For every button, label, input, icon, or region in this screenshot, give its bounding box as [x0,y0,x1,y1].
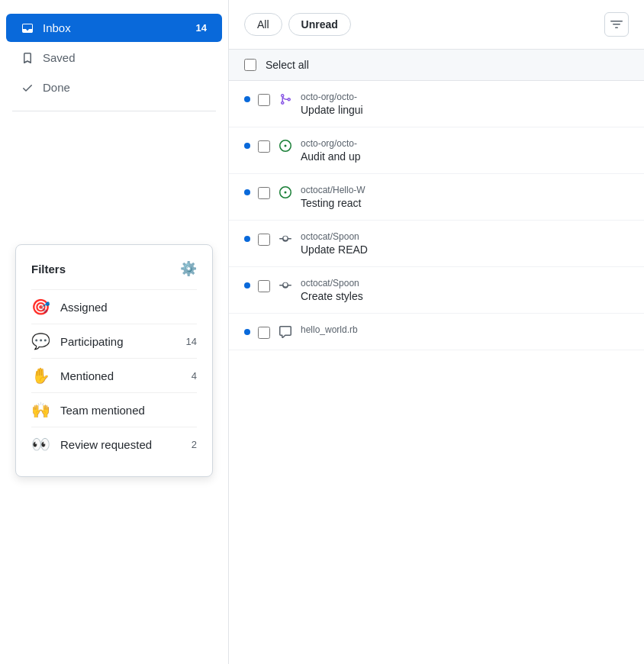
check-icon [21,82,34,94]
notif-content: octocat/Spoon Create styles [301,278,629,302]
commit-icon [279,233,291,245]
inbox-label: Inbox [43,21,196,34]
notif-title: Create styles [301,290,629,302]
notif-content: octo-org/octo- Audit and up [301,138,629,163]
content-area: All Unread Select all octo-org/octo- U [229,0,644,664]
commit-icon [279,279,291,292]
issue-icon [279,140,291,152]
filter-item-review-requested[interactable]: 👀 Review requested 2 [31,427,197,461]
issue-icon [279,186,291,198]
unread-dot [244,189,250,195]
tab-all[interactable]: All [244,13,282,36]
notification-list: octo-org/octo- Update lingui octo-org/oc… [229,81,644,664]
notification-item[interactable]: octo-org/octo- Update lingui [229,81,644,127]
mentioned-label: Mentioned [60,369,192,382]
notif-checkbox[interactable] [258,140,270,153]
notif-repo: octocat/Spoon [301,231,629,242]
notif-title: Update lingui [301,104,629,116]
unread-dot [244,143,250,149]
filter-item-assigned[interactable]: 🎯 Assigned [31,289,197,324]
select-all-row: Select all [229,50,644,81]
sidebar-divider [12,111,216,111]
inbox-icon [21,22,34,34]
mentioned-count: 4 [192,370,197,382]
filters-title: Filters [31,263,66,276]
notif-content: octocat/Spoon Update READ [301,231,629,256]
sidebar-item-done[interactable]: Done [6,73,222,102]
review-requested-count: 2 [192,439,197,450]
team-mentioned-emoji: 🙌 [31,401,50,419]
notif-repo: hello_world.rb [301,324,629,335]
done-label: Done [43,81,207,94]
content-header: All Unread [229,0,644,50]
notif-repo: octocat/Spoon [301,278,629,288]
notif-content: octocat/Hello-W Testing react [301,185,629,209]
notification-item[interactable]: octocat/Spoon Update READ [229,221,644,267]
saved-label: Saved [43,51,207,64]
gear-icon[interactable]: ⚙️ [180,260,197,277]
notif-title: Audit and up [301,150,629,163]
unread-dot [244,96,250,102]
review-requested-label: Review requested [60,438,192,451]
tab-unread[interactable]: Unread [288,13,351,36]
unread-dot [244,282,250,288]
notification-item[interactable]: octo-org/octo- Audit and up [229,127,644,174]
notif-repo: octocat/Hello-W [301,185,629,195]
notification-item[interactable]: hello_world.rb [229,314,644,350]
notif-title: Testing react [301,197,629,209]
participating-emoji: 💬 [31,332,50,350]
filter-item-team-mentioned[interactable]: 🙌 Team mentioned [31,392,197,427]
filters-header: Filters ⚙️ [31,260,197,277]
assigned-emoji: 🎯 [31,298,50,316]
participating-count: 14 [186,336,197,347]
notif-checkbox[interactable] [258,234,270,246]
team-mentioned-label: Team mentioned [60,404,197,417]
filter-item-participating[interactable]: 💬 Participating 14 [31,324,197,358]
code-icon [279,326,291,338]
notification-item[interactable]: octocat/Hello-W Testing react [229,174,644,221]
notif-checkbox[interactable] [258,94,270,106]
notif-repo: octo-org/octo- [301,138,629,149]
notif-content: hello_world.rb [301,324,629,337]
filter-item-mentioned[interactable]: ✋ Mentioned 4 [31,358,197,392]
mentioned-emoji: ✋ [31,366,50,385]
review-requested-emoji: 👀 [31,435,50,453]
unread-dot [244,236,250,242]
inbox-count: 14 [196,22,207,34]
notif-checkbox[interactable] [258,280,270,292]
notif-checkbox[interactable] [258,187,270,199]
unread-dot [244,329,250,335]
notif-content: octo-org/octo- Update lingui [301,92,629,116]
bookmark-icon [21,52,34,64]
sidebar-item-saved[interactable]: Saved [6,44,222,72]
pr-icon [279,93,291,105]
notification-item[interactable]: octocat/Spoon Create styles [229,267,644,314]
select-all-checkbox[interactable] [244,59,256,71]
participating-label: Participating [60,335,186,348]
sidebar: Inbox 14 Saved Done Filters ⚙️ 🎯 Assigne… [0,0,229,664]
assigned-label: Assigned [60,301,197,314]
filter-toggle-button[interactable] [604,12,629,37]
filters-panel: Filters ⚙️ 🎯 Assigned 💬 Participating 14… [15,244,213,477]
notif-repo: octo-org/octo- [301,92,629,102]
select-all-label: Select all [266,59,309,71]
sidebar-item-inbox[interactable]: Inbox 14 [6,14,222,42]
notif-title: Update READ [301,243,629,256]
notif-checkbox[interactable] [258,327,270,339]
